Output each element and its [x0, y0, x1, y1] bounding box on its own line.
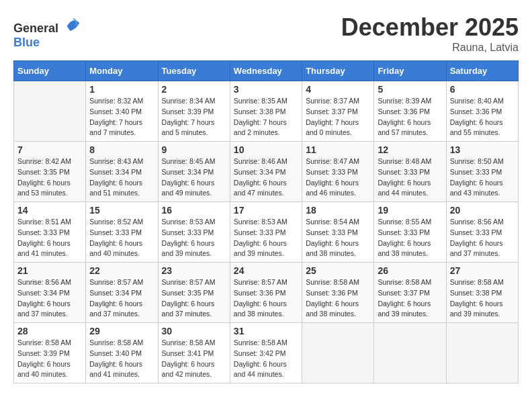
calendar-cell: 16Sunrise: 8:53 AMSunset: 3:33 PMDayligh… [158, 202, 230, 263]
day-number: 13 [450, 144, 515, 155]
day-number: 11 [306, 144, 370, 155]
day-info: Sunrise: 8:54 AMSunset: 3:33 PMDaylight:… [306, 217, 370, 259]
day-number: 14 [17, 205, 82, 216]
day-number: 5 [378, 84, 442, 95]
calendar-week-row: 28Sunrise: 8:58 AMSunset: 3:39 PMDayligh… [14, 323, 519, 383]
calendar-cell [446, 323, 518, 383]
day-info: Sunrise: 8:53 AMSunset: 3:33 PMDaylight:… [234, 217, 298, 259]
day-info: Sunrise: 8:43 AMSunset: 3:34 PMDaylight:… [89, 156, 154, 199]
calendar-cell [302, 323, 374, 383]
calendar-cell: 2Sunrise: 8:34 AMSunset: 3:39 PMDaylight… [158, 81, 230, 142]
day-info: Sunrise: 8:46 AMSunset: 3:34 PMDaylight:… [234, 156, 298, 199]
day-number: 24 [234, 265, 298, 276]
day-info: Sunrise: 8:51 AMSunset: 3:33 PMDaylight:… [17, 217, 82, 259]
day-number: 9 [162, 144, 226, 155]
day-info: Sunrise: 8:39 AMSunset: 3:36 PMDaylight:… [378, 96, 442, 138]
logo-blue: Blue [13, 36, 40, 49]
calendar-cell: 15Sunrise: 8:52 AMSunset: 3:33 PMDayligh… [86, 202, 158, 263]
calendar-cell: 29Sunrise: 8:58 AMSunset: 3:40 PMDayligh… [86, 323, 158, 383]
day-number: 28 [17, 326, 82, 336]
weekday-header: Tuesday [158, 61, 230, 81]
day-info: Sunrise: 8:34 AMSunset: 3:39 PMDaylight:… [162, 96, 226, 138]
calendar-cell: 5Sunrise: 8:39 AMSunset: 3:36 PMDaylight… [374, 81, 446, 142]
day-number: 19 [378, 205, 442, 216]
day-number: 15 [89, 205, 154, 216]
day-info: Sunrise: 8:45 AMSunset: 3:34 PMDaylight:… [162, 156, 226, 199]
calendar-cell: 28Sunrise: 8:58 AMSunset: 3:39 PMDayligh… [14, 323, 86, 383]
day-number: 30 [162, 326, 226, 336]
calendar-cell: 1Sunrise: 8:32 AMSunset: 3:40 PMDaylight… [86, 81, 158, 142]
day-number: 20 [450, 205, 515, 216]
calendar-cell: 21Sunrise: 8:56 AMSunset: 3:34 PMDayligh… [14, 263, 86, 323]
calendar-cell: 20Sunrise: 8:56 AMSunset: 3:33 PMDayligh… [446, 202, 518, 263]
day-info: Sunrise: 8:55 AMSunset: 3:33 PMDaylight:… [378, 217, 442, 259]
day-number: 25 [306, 265, 370, 276]
day-info: Sunrise: 8:58 AMSunset: 3:41 PMDaylight:… [162, 338, 226, 380]
calendar-table: SundayMondayTuesdayWednesdayThursdayFrid… [13, 60, 519, 383]
day-number: 8 [89, 144, 154, 155]
logo-icon [64, 13, 83, 32]
day-info: Sunrise: 8:58 AMSunset: 3:36 PMDaylight:… [306, 277, 370, 320]
calendar-cell: 11Sunrise: 8:47 AMSunset: 3:33 PMDayligh… [302, 142, 374, 202]
day-info: Sunrise: 8:58 AMSunset: 3:37 PMDaylight:… [378, 277, 442, 320]
day-number: 29 [89, 326, 154, 336]
day-number: 3 [234, 84, 298, 95]
calendar-cell: 26Sunrise: 8:58 AMSunset: 3:37 PMDayligh… [374, 263, 446, 323]
weekday-header: Saturday [446, 61, 518, 81]
calendar-cell: 10Sunrise: 8:46 AMSunset: 3:34 PMDayligh… [230, 142, 302, 202]
calendar-cell [374, 323, 446, 383]
month-title: December 2025 [341, 13, 519, 42]
calendar-cell: 30Sunrise: 8:58 AMSunset: 3:41 PMDayligh… [158, 323, 230, 383]
calendar-cell: 9Sunrise: 8:45 AMSunset: 3:34 PMDaylight… [158, 142, 230, 202]
logo-general: General [13, 21, 58, 35]
day-info: Sunrise: 8:42 AMSunset: 3:35 PMDaylight:… [17, 156, 82, 199]
day-number: 6 [450, 84, 515, 95]
day-info: Sunrise: 8:57 AMSunset: 3:35 PMDaylight:… [162, 277, 226, 320]
calendar-cell: 31Sunrise: 8:58 AMSunset: 3:42 PMDayligh… [230, 323, 302, 383]
day-number: 10 [234, 144, 298, 155]
day-number: 31 [234, 326, 298, 336]
day-number: 17 [234, 205, 298, 216]
day-info: Sunrise: 8:47 AMSunset: 3:33 PMDaylight:… [306, 156, 370, 199]
calendar-cell: 3Sunrise: 8:35 AMSunset: 3:38 PMDaylight… [230, 81, 302, 142]
calendar-cell: 22Sunrise: 8:57 AMSunset: 3:34 PMDayligh… [86, 263, 158, 323]
day-info: Sunrise: 8:58 AMSunset: 3:39 PMDaylight:… [17, 338, 82, 380]
day-info: Sunrise: 8:35 AMSunset: 3:38 PMDaylight:… [234, 96, 298, 138]
title-block: December 2025 Rauna, Latvia [341, 13, 519, 54]
calendar-cell: 24Sunrise: 8:57 AMSunset: 3:36 PMDayligh… [230, 263, 302, 323]
calendar-week-row: 7Sunrise: 8:42 AMSunset: 3:35 PMDaylight… [14, 142, 519, 202]
day-info: Sunrise: 8:50 AMSunset: 3:33 PMDaylight:… [450, 156, 515, 199]
day-number: 27 [450, 265, 515, 276]
calendar-cell: 8Sunrise: 8:43 AMSunset: 3:34 PMDaylight… [86, 142, 158, 202]
day-number: 16 [162, 205, 226, 216]
calendar-cell: 27Sunrise: 8:58 AMSunset: 3:38 PMDayligh… [446, 263, 518, 323]
calendar-cell [14, 81, 86, 142]
day-info: Sunrise: 8:58 AMSunset: 3:40 PMDaylight:… [89, 338, 154, 380]
calendar-cell: 18Sunrise: 8:54 AMSunset: 3:33 PMDayligh… [302, 202, 374, 263]
day-number: 23 [162, 265, 226, 276]
calendar-cell: 23Sunrise: 8:57 AMSunset: 3:35 PMDayligh… [158, 263, 230, 323]
calendar-cell: 14Sunrise: 8:51 AMSunset: 3:33 PMDayligh… [14, 202, 86, 263]
location: Rauna, Latvia [341, 42, 519, 54]
day-number: 21 [17, 265, 82, 276]
day-info: Sunrise: 8:56 AMSunset: 3:33 PMDaylight:… [450, 217, 515, 259]
day-number: 18 [306, 205, 370, 216]
day-info: Sunrise: 8:53 AMSunset: 3:33 PMDaylight:… [162, 217, 226, 259]
day-info: Sunrise: 8:32 AMSunset: 3:40 PMDaylight:… [89, 96, 154, 138]
calendar-body: 1Sunrise: 8:32 AMSunset: 3:40 PMDaylight… [14, 81, 519, 383]
day-number: 1 [89, 84, 154, 95]
weekday-header: Thursday [302, 61, 374, 81]
day-info: Sunrise: 8:58 AMSunset: 3:42 PMDaylight:… [234, 338, 298, 380]
day-number: 2 [162, 84, 226, 95]
day-number: 7 [17, 144, 82, 155]
day-info: Sunrise: 8:57 AMSunset: 3:36 PMDaylight:… [234, 277, 298, 320]
page-header: General Blue December 2025 Rauna, Latvia [13, 13, 519, 54]
logo-text: General Blue [13, 13, 83, 50]
calendar-cell: 25Sunrise: 8:58 AMSunset: 3:36 PMDayligh… [302, 263, 374, 323]
calendar-cell: 4Sunrise: 8:37 AMSunset: 3:37 PMDaylight… [302, 81, 374, 142]
day-number: 12 [378, 144, 442, 155]
logo: General Blue [13, 13, 83, 50]
calendar-cell: 13Sunrise: 8:50 AMSunset: 3:33 PMDayligh… [446, 142, 518, 202]
day-info: Sunrise: 8:58 AMSunset: 3:38 PMDaylight:… [450, 277, 515, 320]
day-info: Sunrise: 8:48 AMSunset: 3:33 PMDaylight:… [378, 156, 442, 199]
